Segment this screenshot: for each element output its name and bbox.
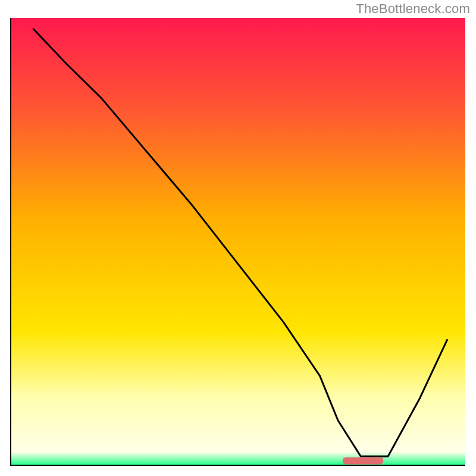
chart-container: TheBottleneck.com <box>0 0 476 476</box>
bottleneck-chart <box>0 0 476 476</box>
optimal-range-marker <box>343 457 384 464</box>
chart-background-gradient <box>11 18 465 465</box>
watermark-label: TheBottleneck.com <box>356 1 470 17</box>
